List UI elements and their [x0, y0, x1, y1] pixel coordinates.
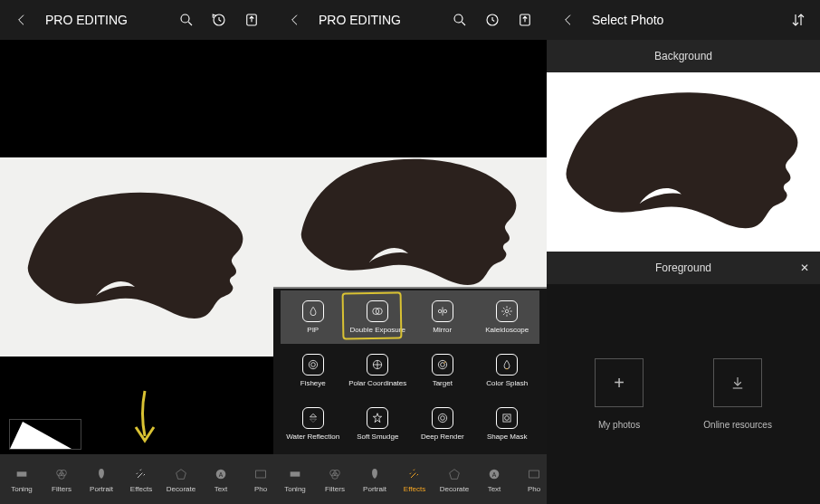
svg-text:A: A: [219, 471, 224, 477]
effect-polar-coordinates[interactable]: Polar Coordinates: [346, 344, 411, 397]
effect-water-reflection[interactable]: Water Reflection: [281, 397, 346, 451]
nav-photo[interactable]: Pho: [514, 466, 547, 493]
plus-icon: +: [595, 358, 644, 407]
svg-line-28: [510, 313, 511, 315]
bottom-nav: Toning Filters Portrait Effects Decorate…: [0, 454, 273, 504]
effects-grid: PIP Double Exposure Mirror Kaleidoscope …: [273, 287, 547, 454]
back-icon[interactable]: [556, 7, 581, 33]
effect-mirror[interactable]: Mirror: [410, 290, 475, 344]
nav-decorate[interactable]: Decorate: [161, 466, 201, 493]
svg-line-1: [188, 22, 192, 25]
editor-canvas[interactable]: [273, 157, 547, 289]
svg-rect-11: [256, 471, 266, 478]
nav-text[interactable]: AText: [474, 466, 514, 493]
topbar: PRO EDITING: [273, 0, 547, 40]
effect-target[interactable]: Target: [410, 344, 475, 397]
background-preview[interactable]: [547, 72, 820, 252]
svg-rect-5: [17, 471, 27, 476]
nav-filters[interactable]: Filters: [42, 466, 81, 493]
svg-point-31: [309, 360, 317, 368]
back-icon[interactable]: [9, 7, 34, 33]
effect-soft-smudge[interactable]: Soft Smudge: [346, 397, 411, 451]
effect-kaleidoscope[interactable]: Kaleidoscope: [475, 290, 540, 344]
history-icon[interactable]: [480, 7, 505, 33]
svg-point-22: [506, 309, 510, 313]
svg-point-32: [310, 363, 315, 367]
nav-decorate[interactable]: Decorate: [434, 466, 474, 493]
page-title: Select Photo: [592, 13, 778, 27]
effect-pip[interactable]: PIP: [281, 290, 346, 344]
my-photos-option[interactable]: + My photos: [595, 358, 644, 430]
svg-point-21: [443, 309, 447, 313]
nav-toning[interactable]: Toning: [2, 466, 42, 493]
effect-shape-mask[interactable]: Shape Mask: [475, 397, 540, 451]
nav-text[interactable]: AText: [201, 466, 241, 493]
svg-rect-48: [529, 471, 539, 478]
effect-deep-render[interactable]: Deep Render: [410, 397, 475, 451]
nav-filters[interactable]: Filters: [315, 466, 355, 493]
svg-line-29: [503, 313, 505, 315]
svg-point-19: [438, 309, 442, 313]
svg-line-30: [510, 308, 511, 309]
save-icon[interactable]: [239, 7, 264, 33]
effect-fisheye[interactable]: Fisheye: [281, 344, 346, 397]
svg-point-0: [181, 14, 189, 23]
svg-point-12: [454, 14, 462, 23]
svg-rect-40: [503, 414, 510, 422]
page-title: PRO EDITING: [45, 13, 167, 27]
nav-effects[interactable]: Effects: [121, 466, 161, 493]
bottom-nav: Toning Filters Portrait Effects Decorate…: [273, 454, 547, 504]
nav-photo[interactable]: Pho: [241, 466, 273, 493]
svg-line-13: [462, 22, 465, 25]
nav-effects[interactable]: Effects: [395, 466, 434, 493]
page-title: PRO EDITING: [319, 13, 440, 27]
nav-portrait[interactable]: Portrait: [355, 466, 395, 493]
save-icon[interactable]: [512, 7, 538, 33]
svg-rect-42: [291, 471, 300, 476]
effect-color-splash[interactable]: Color Splash: [475, 344, 540, 397]
back-icon[interactable]: [282, 7, 308, 33]
svg-line-27: [503, 308, 505, 309]
histogram: [9, 419, 81, 450]
online-resources-option[interactable]: Online resources: [703, 358, 772, 430]
background-header: Background: [547, 40, 820, 72]
nav-toning[interactable]: Toning: [275, 466, 315, 493]
foreground-header: Foreground ✕: [547, 252, 820, 284]
search-icon[interactable]: [174, 7, 199, 33]
editor-canvas[interactable]: [0, 157, 273, 357]
nav-portrait[interactable]: Portrait: [81, 466, 121, 493]
close-icon[interactable]: ✕: [800, 262, 809, 274]
svg-point-39: [438, 414, 446, 422]
search-icon[interactable]: [447, 7, 472, 33]
download-icon: [713, 358, 762, 407]
svg-text:A: A: [492, 471, 497, 477]
topbar: PRO EDITING: [0, 0, 273, 40]
history-icon[interactable]: [206, 7, 232, 33]
sort-icon[interactable]: [786, 7, 811, 33]
topbar: Select Photo: [547, 0, 820, 40]
effect-double-exposure[interactable]: Double Exposure: [346, 290, 411, 344]
svg-point-41: [505, 416, 510, 421]
